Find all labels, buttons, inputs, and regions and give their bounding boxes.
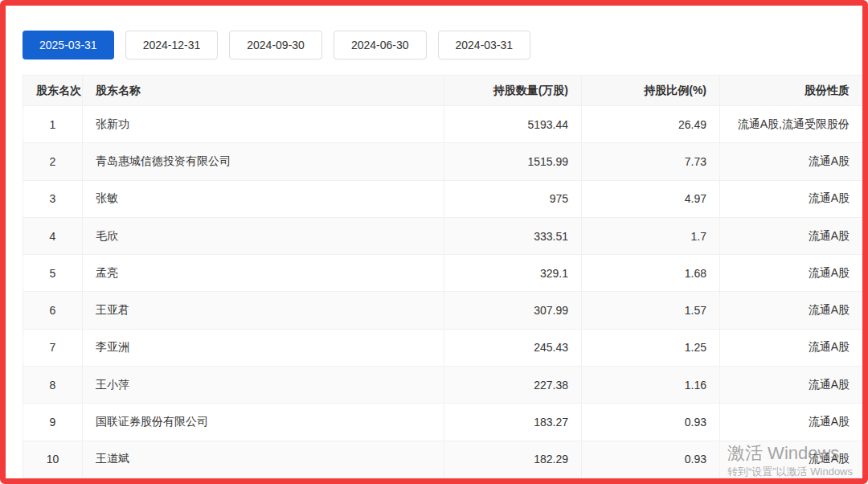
date-tab-2024-12-31[interactable]: 2024-12-31 (125, 31, 219, 59)
date-tab-2024-03-31[interactable]: 2024-03-31 (438, 31, 531, 59)
percent-cell: 1.25 (582, 329, 720, 366)
table-row: 8王小萍227.381.16流通A股 (23, 367, 863, 404)
rank-cell: 9 (23, 404, 83, 441)
rank-cell: 2 (23, 143, 83, 180)
percent-cell: 1.57 (582, 292, 720, 329)
name-cell: 张敏 (83, 180, 444, 217)
percent-cell: 0.93 (582, 441, 720, 478)
quantity-cell: 329.1 (444, 255, 582, 292)
quantity-cell: 227.38 (444, 367, 582, 404)
percent-cell: 1.16 (582, 367, 720, 404)
rank-cell: 10 (23, 441, 83, 478)
percent-cell: 1.68 (582, 255, 720, 292)
nature-cell: 流通A股,流通受限股份 (720, 106, 863, 143)
percent-cell: 1.7 (582, 217, 720, 254)
shareholder-table-container: 股东名次股东名称持股数量(万股)持股比例(%)股份性质 1张新功5193.442… (23, 75, 862, 478)
quantity-cell: 307.99 (444, 292, 582, 329)
nature-cell: 流通A股 (720, 180, 863, 217)
shareholder-table: 股东名次股东名称持股数量(万股)持股比例(%)股份性质 1张新功5193.442… (23, 75, 862, 478)
name-cell: 毛欣 (83, 217, 444, 254)
name-cell: 王小萍 (83, 367, 444, 404)
date-tab-2024-09-30[interactable]: 2024-09-30 (229, 31, 322, 59)
table-row: 4毛欣333.511.7流通A股 (23, 217, 863, 254)
name-cell: 孟亮 (83, 255, 444, 292)
rank-cell: 4 (23, 217, 83, 254)
rank-cell: 7 (23, 329, 83, 366)
name-cell: 王道斌 (83, 441, 444, 478)
nature-cell: 流通A股 (720, 329, 863, 366)
quantity-cell: 245.43 (444, 329, 582, 366)
table-row: 6王亚君307.991.57流通A股 (23, 292, 863, 329)
percent-cell: 0.93 (582, 404, 720, 441)
table-row: 3张敏9754.97流通A股 (23, 180, 863, 217)
nature-cell: 流通A股 (720, 441, 863, 478)
rank-cell: 8 (23, 367, 83, 404)
column-header-percent: 持股比例(%) (582, 76, 720, 106)
table-row: 2青岛惠城信德投资有限公司1515.997.73流通A股 (23, 143, 863, 180)
rank-cell: 3 (23, 180, 83, 217)
quantity-cell: 333.51 (444, 217, 582, 254)
nature-cell: 流通A股 (720, 367, 863, 404)
nature-cell: 流通A股 (720, 404, 863, 441)
name-cell: 国联证券股份有限公司 (83, 404, 444, 441)
column-header-name: 股东名称 (83, 76, 444, 106)
percent-cell: 4.97 (582, 180, 720, 217)
rank-cell: 1 (23, 106, 83, 143)
page-frame: 2025-03-312024-12-312024-09-302024-06-30… (0, 0, 868, 484)
column-header-quantity: 持股数量(万股) (444, 76, 582, 106)
rank-cell: 5 (23, 255, 83, 292)
date-tab-2025-03-31[interactable]: 2025-03-31 (23, 31, 114, 59)
name-cell: 青岛惠城信德投资有限公司 (83, 143, 444, 180)
column-header-rank: 股东名次 (23, 76, 83, 106)
table-row: 5孟亮329.11.68流通A股 (23, 255, 863, 292)
nature-cell: 流通A股 (720, 255, 863, 292)
quantity-cell: 183.27 (444, 404, 582, 441)
table-header-row: 股东名次股东名称持股数量(万股)持股比例(%)股份性质 (23, 76, 863, 106)
nature-cell: 流通A股 (720, 217, 863, 254)
name-cell: 李亚洲 (83, 329, 444, 366)
quantity-cell: 5193.44 (444, 106, 582, 143)
rank-cell: 6 (23, 292, 83, 329)
date-tab-bar: 2025-03-312024-12-312024-09-302024-06-30… (23, 31, 530, 59)
table-row: 10王道斌182.290.93流通A股 (23, 441, 863, 478)
date-tab-2024-06-30[interactable]: 2024-06-30 (334, 31, 427, 59)
name-cell: 王亚君 (83, 292, 444, 329)
quantity-cell: 1515.99 (444, 143, 582, 180)
table-row: 1张新功5193.4426.49流通A股,流通受限股份 (23, 106, 863, 143)
nature-cell: 流通A股 (720, 143, 863, 180)
percent-cell: 7.73 (582, 143, 720, 180)
column-header-nature: 股份性质 (720, 76, 863, 106)
table-row: 9国联证券股份有限公司183.270.93流通A股 (23, 404, 863, 441)
percent-cell: 26.49 (582, 106, 720, 143)
quantity-cell: 975 (444, 180, 582, 217)
name-cell: 张新功 (83, 106, 444, 143)
nature-cell: 流通A股 (720, 292, 863, 329)
quantity-cell: 182.29 (444, 441, 582, 478)
table-row: 7李亚洲245.431.25流通A股 (23, 329, 863, 366)
